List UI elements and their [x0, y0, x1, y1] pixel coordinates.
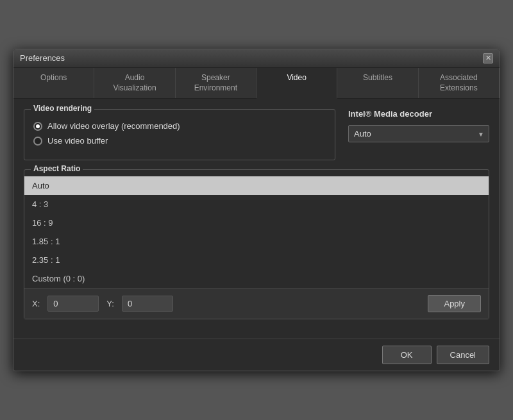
x-input[interactable] [47, 296, 99, 312]
radio-group: Allow video overlay (recommended) Use vi… [33, 121, 326, 146]
apply-button[interactable]: Apply [428, 295, 481, 312]
video-rendering-title: Video rendering [31, 104, 94, 113]
tab-subtitles[interactable]: Subtitles [337, 68, 418, 98]
dialog-title: Preferences [20, 53, 65, 63]
ok-button[interactable]: OK [382, 346, 432, 364]
xy-row: X: Y: Apply [24, 288, 489, 319]
intel-decoder-label: Intel® Media decoder [348, 109, 489, 119]
intel-decoder-select[interactable]: Auto Hardware Software [348, 125, 489, 142]
close-button[interactable]: ✕ [483, 53, 493, 63]
aspect-item-1851[interactable]: 1.85 : 1 [24, 232, 489, 251]
tab-associated-extensions[interactable]: Associated Extensions [419, 68, 500, 98]
radio-buffer[interactable]: Use video buffer [33, 136, 326, 146]
x-label: X: [32, 299, 40, 308]
y-label: Y: [106, 299, 114, 308]
radio-overlay-label: Allow video overlay (recommended) [47, 121, 180, 131]
main-row: Video rendering Allow video overlay (rec… [24, 109, 489, 169]
y-input[interactable] [122, 296, 173, 312]
aspect-item-auto[interactable]: Auto [24, 176, 489, 195]
intel-decoder-section: Intel® Media decoder Auto Hardware Softw… [348, 109, 489, 142]
cancel-button[interactable]: Cancel [437, 346, 489, 364]
footer-bar: OK Cancel [13, 339, 500, 371]
tab-speaker-environment[interactable]: Speaker Environment [176, 68, 256, 98]
tab-bar: Options Audio Visualization Speaker Envi… [13, 68, 500, 99]
intel-decoder-select-wrapper: Auto Hardware Software [348, 125, 489, 142]
aspect-ratio-list: Auto 4 : 3 16 : 9 1.85 : 1 2.35 : 1 Cust… [24, 176, 489, 288]
tab-audio-visualization[interactable]: Audio Visualization [94, 68, 175, 98]
title-bar: Preferences ✕ [13, 49, 500, 68]
aspect-item-169[interactable]: 16 : 9 [24, 214, 489, 232]
aspect-ratio-section: Aspect Ratio Auto 4 : 3 16 : 9 1.85 : 1 … [24, 169, 489, 319]
radio-overlay[interactable]: Allow video overlay (recommended) [33, 121, 326, 131]
right-panel: Intel® Media decoder Auto Hardware Softw… [348, 109, 489, 169]
left-panel: Video rendering Allow video overlay (rec… [24, 109, 335, 169]
aspect-item-2351[interactable]: 2.35 : 1 [24, 251, 489, 269]
tab-content: Video rendering Allow video overlay (rec… [13, 99, 500, 339]
radio-buffer-circle [33, 137, 42, 146]
radio-buffer-label: Use video buffer [47, 136, 108, 146]
preferences-dialog: Preferences ✕ Options Audio Visualizatio… [13, 49, 500, 371]
aspect-item-custom[interactable]: Custom (0 : 0) [24, 269, 489, 288]
tab-options[interactable]: Options [13, 68, 94, 98]
aspect-ratio-title: Aspect Ratio [31, 164, 83, 173]
radio-overlay-circle [33, 122, 42, 131]
tab-video[interactable]: Video [256, 68, 337, 99]
aspect-item-43[interactable]: 4 : 3 [24, 195, 489, 214]
video-rendering-section: Video rendering Allow video overlay (rec… [24, 109, 335, 160]
